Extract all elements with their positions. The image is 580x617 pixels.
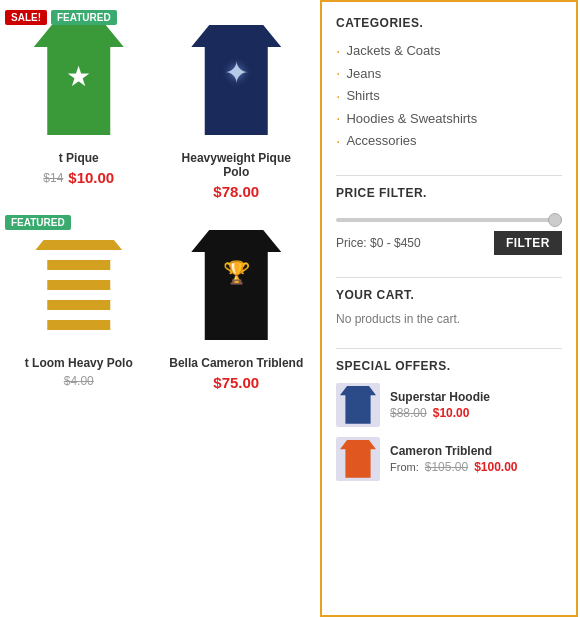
special-offers-title: SPECIAL OFFERS. bbox=[336, 359, 562, 373]
offer-from-label: From: bbox=[390, 461, 419, 473]
category-item-2[interactable]: Jeans bbox=[336, 63, 562, 86]
product-card-3[interactable]: FEATUREDt Loom Heavy Polo$4.00 bbox=[5, 215, 153, 396]
product-image-1 bbox=[10, 15, 148, 145]
product-name-4: Bella Cameron Triblend bbox=[168, 356, 306, 370]
special-offers-section: SPECIAL OFFERS. Superstar Hoodie$88.00$1… bbox=[336, 359, 562, 491]
offer-item-1[interactable]: Superstar Hoodie$88.00$10.00 bbox=[336, 383, 562, 427]
categories-section: CATEGORIES. Jackets & CoatsJeansShirtsHo… bbox=[336, 16, 562, 153]
category-list: Jackets & CoatsJeansShirtsHoodies & Swea… bbox=[336, 40, 562, 153]
price-filter-section: PRICE FILTER. Price: $0 - $450 FILTER bbox=[336, 186, 562, 255]
category-item-5[interactable]: Accessories bbox=[336, 130, 562, 153]
product-name-3: t Loom Heavy Polo bbox=[10, 356, 148, 370]
product-area: SALE!FEATUREDt Pique$14$10.00Heavyweight… bbox=[0, 0, 320, 617]
product-card-4[interactable]: Bella Cameron Triblend$75.00 bbox=[163, 215, 311, 396]
product-name-1: t Pique bbox=[10, 151, 148, 165]
price-single: $78.00 bbox=[213, 183, 259, 200]
sale-badge: SALE! bbox=[5, 10, 47, 25]
offer-details-2: Cameron TriblendFrom:$105.00$100.00 bbox=[390, 444, 518, 474]
offer-old-price: $105.00 bbox=[425, 460, 468, 474]
featured-badge: FEATURED bbox=[5, 215, 71, 230]
page-wrapper: SALE!FEATUREDt Pique$14$10.00Heavyweight… bbox=[0, 0, 580, 617]
product-price-row-1: $14$10.00 bbox=[10, 169, 148, 186]
offers-list: Superstar Hoodie$88.00$10.00Cameron Trib… bbox=[336, 383, 562, 481]
product-grid: SALE!FEATUREDt Pique$14$10.00Heavyweight… bbox=[5, 10, 310, 396]
divider-3 bbox=[336, 348, 562, 349]
offer-item-2[interactable]: Cameron TriblendFrom:$105.00$100.00 bbox=[336, 437, 562, 481]
price-old: $4.00 bbox=[64, 374, 94, 388]
offer-prices-2: From:$105.00$100.00 bbox=[390, 460, 518, 474]
offer-prices-1: $88.00$10.00 bbox=[390, 406, 490, 420]
price-single: $75.00 bbox=[213, 374, 259, 391]
categories-title: CATEGORIES. bbox=[336, 16, 562, 30]
product-image-4 bbox=[168, 220, 306, 350]
filter-button[interactable]: FILTER bbox=[494, 231, 562, 255]
sidebar: CATEGORIES. Jackets & CoatsJeansShirtsHo… bbox=[320, 0, 578, 617]
divider-2 bbox=[336, 277, 562, 278]
price-row-filter: Price: $0 - $450 FILTER bbox=[336, 231, 562, 255]
cart-section: YOUR CART. No products in the cart. bbox=[336, 288, 562, 326]
price-new: $10.00 bbox=[68, 169, 114, 186]
cart-empty: No products in the cart. bbox=[336, 312, 562, 326]
offer-thumb-2 bbox=[336, 437, 380, 481]
price-range-label: Price: $0 - $450 bbox=[336, 236, 421, 250]
product-price-row-3: $4.00 bbox=[10, 374, 148, 388]
offer-new-price: $10.00 bbox=[433, 406, 470, 420]
offer-old-price: $88.00 bbox=[390, 406, 427, 420]
price-filter-title: PRICE FILTER. bbox=[336, 186, 562, 200]
product-card-1[interactable]: SALE!FEATUREDt Pique$14$10.00 bbox=[5, 10, 153, 205]
offer-new-price: $100.00 bbox=[474, 460, 517, 474]
offer-name-1: Superstar Hoodie bbox=[390, 390, 490, 404]
category-item-3[interactable]: Shirts bbox=[336, 85, 562, 108]
divider-1 bbox=[336, 175, 562, 176]
featured-badge: FEATURED bbox=[51, 10, 117, 25]
offer-details-1: Superstar Hoodie$88.00$10.00 bbox=[390, 390, 490, 420]
price-old: $14 bbox=[43, 171, 63, 185]
product-name-2: Heavyweight Pique Polo bbox=[168, 151, 306, 179]
offer-name-2: Cameron Triblend bbox=[390, 444, 518, 458]
product-price-row-2: $78.00 bbox=[168, 183, 306, 200]
category-item-1[interactable]: Jackets & Coats bbox=[336, 40, 562, 63]
offer-thumb-1 bbox=[336, 383, 380, 427]
category-item-4[interactable]: Hoodies & Sweatshirts bbox=[336, 108, 562, 131]
product-card-2[interactable]: Heavyweight Pique Polo$78.00 bbox=[163, 10, 311, 205]
product-price-row-4: $75.00 bbox=[168, 374, 306, 391]
product-image-3 bbox=[10, 220, 148, 350]
price-slider[interactable] bbox=[336, 218, 562, 222]
product-image-2 bbox=[168, 15, 306, 145]
cart-title: YOUR CART. bbox=[336, 288, 562, 302]
price-slider-wrapper bbox=[336, 210, 562, 225]
